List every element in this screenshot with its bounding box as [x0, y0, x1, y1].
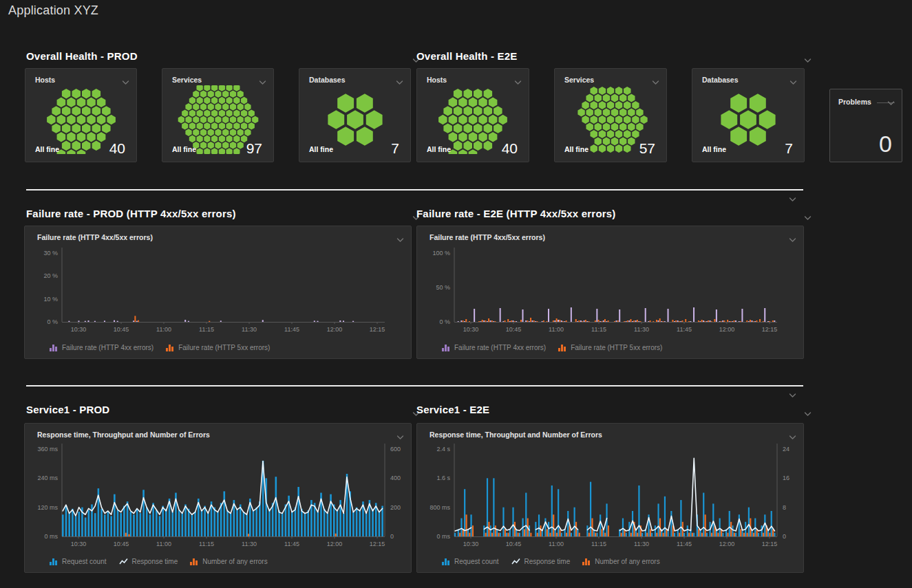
tile-title: Services: [564, 76, 594, 84]
health-tile-hosts-e2e[interactable]: Hosts All fine 40: [416, 68, 529, 162]
legend-item[interactable]: Response time: [119, 558, 178, 565]
legend-item[interactable]: Failure rate (HTTP 5xx errors): [166, 344, 270, 351]
section-header-service-e2e: Service1 - E2E: [416, 404, 802, 417]
svg-text:24: 24: [783, 446, 789, 453]
svg-text:11:00: 11:00: [156, 326, 171, 333]
svg-text:11:00: 11:00: [156, 541, 171, 547]
failure-rate-chart[interactable]: 30 %20 %10 %0 %10:3010:4511:0011:1511:30…: [25, 226, 411, 361]
legend-item[interactable]: Request count: [50, 558, 107, 565]
health-tile-services-e2e[interactable]: Services All fine 57: [554, 68, 667, 162]
chevron-down-icon[interactable]: [804, 54, 812, 66]
service-metrics-chart[interactable]: 360 ms240 ms120 ms0 ms600400200010:3010:…: [25, 424, 411, 575]
legend-label: Failure rate (HTTP 4xx errors): [454, 344, 546, 351]
failure-rate-chart[interactable]: 100 %50 %0 %10:3010:4511:0011:1511:3011:…: [417, 226, 803, 361]
chart-tile-failure-prod[interactable]: Failure rate (HTTP 4xx/5xx errors) 30 %2…: [24, 226, 412, 359]
svg-text:10:45: 10:45: [506, 541, 522, 547]
svg-text:10:45: 10:45: [506, 326, 522, 333]
svg-text:11:30: 11:30: [634, 541, 649, 547]
svg-text:12:00: 12:00: [719, 541, 735, 547]
bars-icon: [166, 344, 174, 351]
svg-text:11:45: 11:45: [677, 541, 692, 547]
legend-label: Response time: [132, 558, 178, 565]
legend-item[interactable]: Failure rate (HTTP 4xx errors): [50, 344, 153, 351]
svg-text:16: 16: [783, 475, 789, 481]
health-tile-databases-prod[interactable]: Databases All fine 7: [299, 68, 411, 162]
legend-item[interactable]: Failure rate (HTTP 4xx errors): [442, 344, 546, 351]
svg-text:11:30: 11:30: [242, 541, 257, 547]
svg-text:1.6 s: 1.6 s: [436, 475, 450, 481]
section-divider: [26, 385, 803, 386]
legend-label: Number of any errors: [202, 558, 267, 565]
line-icon: [119, 558, 128, 565]
status-text: All fine: [427, 145, 451, 153]
section-title: Service1 - PROD: [26, 404, 109, 415]
svg-text:11:30: 11:30: [634, 326, 649, 333]
legend-item[interactable]: Request count: [442, 558, 499, 565]
section-title: Failure rate - PROD (HTTP 4xx/5xx errors…: [26, 208, 236, 219]
svg-text:8: 8: [783, 504, 786, 511]
chevron-down-icon[interactable]: [804, 211, 812, 224]
svg-text:200: 200: [390, 504, 401, 511]
legend-label: Request count: [62, 558, 107, 565]
tile-title: Services: [172, 76, 202, 84]
svg-text:120 ms: 120 ms: [37, 504, 58, 511]
legend-label: Response time: [524, 558, 571, 565]
svg-text:20 %: 20 %: [43, 272, 58, 279]
svg-text:400: 400: [390, 475, 401, 481]
problems-count: 0: [879, 131, 892, 157]
svg-text:11:00: 11:00: [549, 326, 564, 333]
svg-text:30 %: 30 %: [43, 250, 58, 257]
service-metrics-chart[interactable]: 2.4 s1.6 s800 ms0 ms24168010:3010:4511:0…: [417, 424, 803, 575]
svg-text:50 %: 50 %: [436, 284, 450, 291]
svg-text:10:30: 10:30: [463, 541, 479, 547]
section-header-service-prod: Service1 - PROD: [26, 404, 410, 417]
svg-text:12:15: 12:15: [370, 326, 385, 333]
chevron-down-icon[interactable]: [887, 96, 895, 109]
tile-title: Hosts: [35, 76, 55, 84]
svg-text:12:00: 12:00: [719, 326, 735, 333]
legend-label: Failure rate (HTTP 5xx errors): [571, 344, 662, 351]
problems-tile[interactable]: Problems 0: [829, 89, 902, 162]
status-text: All fine: [702, 145, 726, 153]
svg-text:11:15: 11:15: [199, 541, 214, 547]
svg-text:10:30: 10:30: [71, 326, 87, 333]
legend-item[interactable]: Number of any errors: [582, 558, 659, 565]
svg-text:11:00: 11:00: [549, 541, 564, 547]
svg-text:10:30: 10:30: [463, 326, 479, 333]
legend-item[interactable]: Failure rate (HTTP 5xx errors): [558, 344, 662, 351]
section-title: Overall Health - E2E: [416, 50, 518, 62]
chart-tile-failure-e2e[interactable]: Failure rate (HTTP 4xx/5xx errors) 100 %…: [416, 226, 804, 359]
legend-item[interactable]: Response time: [511, 558, 571, 565]
status-text: All fine: [172, 145, 196, 153]
status-text: All fine: [35, 145, 59, 153]
health-tile-services-prod[interactable]: Services All fine 97: [162, 68, 274, 162]
svg-text:0 %: 0 %: [47, 318, 58, 325]
chart-legend: Failure rate (HTTP 4xx errors)Failure ra…: [442, 344, 662, 351]
legend-label: Request count: [454, 558, 499, 565]
legend-label: Failure rate (HTTP 5xx errors): [178, 344, 270, 351]
tile-title: Databases: [702, 76, 739, 84]
svg-text:100 %: 100 %: [432, 250, 450, 257]
svg-text:0 ms: 0 ms: [44, 533, 58, 540]
svg-text:0: 0: [390, 533, 394, 540]
health-tile-databases-e2e[interactable]: Databases All fine 7: [692, 68, 805, 162]
section-header-failure-prod: Failure rate - PROD (HTTP 4xx/5xx errors…: [26, 208, 410, 221]
chart-tile-service-prod[interactable]: Response time, Throughput and Number of …: [24, 423, 412, 573]
chevron-down-icon[interactable]: [789, 193, 796, 205]
health-tile-hosts-prod[interactable]: Hosts All fine 40: [25, 68, 137, 162]
legend-label: Number of any errors: [595, 558, 659, 565]
chart-legend: Failure rate (HTTP 4xx errors)Failure ra…: [50, 344, 270, 351]
chart-tile-service-e2e[interactable]: Response time, Throughput and Number of …: [416, 423, 804, 573]
svg-text:800 ms: 800 ms: [430, 504, 450, 511]
tile-title: Hosts: [427, 76, 447, 84]
section-header-health-prod: Overall Health - PROD: [26, 50, 410, 64]
line-icon: [511, 558, 520, 565]
chevron-down-icon[interactable]: [804, 407, 812, 420]
bars-icon: [582, 558, 591, 565]
svg-text:12:00: 12:00: [327, 541, 343, 547]
svg-text:11:15: 11:15: [199, 326, 214, 333]
svg-text:11:45: 11:45: [284, 541, 299, 547]
chevron-down-icon[interactable]: [789, 389, 796, 401]
bars-icon: [50, 558, 58, 565]
legend-item[interactable]: Number of any errors: [190, 558, 267, 565]
